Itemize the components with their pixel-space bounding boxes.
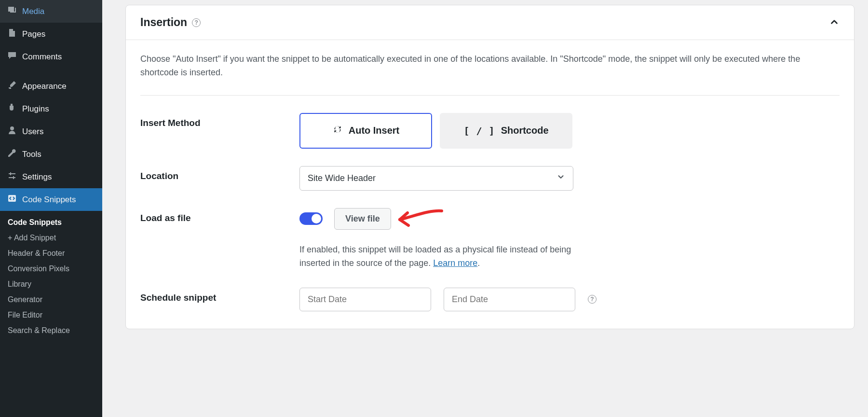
end-date-input[interactable] — [444, 288, 575, 311]
sliders-icon — [7, 171, 17, 183]
brush-icon — [7, 80, 17, 92]
load-file-toggle[interactable] — [299, 212, 323, 225]
opt-auto-insert[interactable]: Auto Insert — [299, 113, 432, 149]
sidebar-appearance[interactable]: Appearance — [0, 75, 102, 97]
comment-icon — [7, 51, 17, 63]
sidebar-submenu: Code Snippets + Add Snippet Header & Foo… — [0, 211, 102, 344]
panel-header: Insertion ? — [126, 5, 854, 40]
sidebar-label: Appearance — [22, 82, 67, 91]
sidebar-plugins[interactable]: Plugins — [0, 97, 102, 120]
chevron-up-icon[interactable] — [829, 16, 840, 29]
panel-title: Insertion — [140, 16, 187, 29]
sidebar-users[interactable]: Users — [0, 120, 102, 143]
sidebar-label: Settings — [22, 172, 52, 182]
sidebar-label: Media — [22, 7, 44, 16]
wp-admin-sidebar: Media Pages Comments Appearance Plugins … — [0, 0, 102, 417]
opt-shortcode[interactable]: [ / ] Shortcode — [440, 113, 572, 149]
learn-more-link[interactable]: Learn more — [433, 258, 477, 268]
chevron-down-icon — [556, 173, 565, 184]
main-content: Insertion ? Choose "Auto Insert" if you … — [102, 0, 868, 417]
help-icon[interactable]: ? — [192, 18, 201, 27]
sub-library[interactable]: Library — [0, 277, 102, 292]
sub-conversion-pixels[interactable]: Conversion Pixels — [0, 261, 102, 277]
label-schedule: Schedule snippet — [140, 288, 299, 303]
code-icon — [7, 194, 17, 206]
sidebar-label: Tools — [22, 150, 41, 159]
help-icon[interactable]: ? — [588, 295, 597, 304]
sidebar-label: Code Snippets — [22, 195, 76, 205]
user-icon — [7, 125, 17, 138]
sub-generator[interactable]: Generator — [0, 292, 102, 307]
sidebar-label: Comments — [22, 52, 62, 62]
row-insert-method: Insert Method Auto Insert [ / ] Shortcod… — [140, 113, 840, 149]
insertion-panel: Insertion ? Choose "Auto Insert" if you … — [125, 5, 854, 329]
sidebar-settings[interactable]: Settings — [0, 166, 102, 188]
row-location: Location Site Wide Header — [140, 166, 840, 191]
sub-search-replace[interactable]: Search & Replace — [0, 323, 102, 338]
wrench-icon — [7, 148, 17, 160]
label-insert-method: Insert Method — [140, 113, 299, 128]
sub-header-footer[interactable]: Header & Footer — [0, 246, 102, 261]
sidebar-comments[interactable]: Comments — [0, 45, 102, 68]
sidebar-code-snippets[interactable]: Code Snippets — [0, 188, 102, 211]
label-load-file: Load as file — [140, 208, 299, 223]
media-icon — [7, 5, 17, 17]
row-schedule: Schedule snippet ? — [140, 288, 840, 311]
sidebar-media[interactable]: Media — [0, 0, 102, 23]
refresh-icon — [332, 124, 343, 137]
load-file-note: If enabled, this snippet will be loaded … — [299, 243, 589, 270]
location-select[interactable]: Site Wide Header — [299, 166, 573, 191]
panel-description: Choose "Auto Insert" if you want the sni… — [140, 53, 840, 96]
sidebar-label: Plugins — [22, 104, 49, 114]
shortcode-icon: [ / ] — [463, 125, 495, 137]
sidebar-tools[interactable]: Tools — [0, 143, 102, 166]
sidebar-label: Users — [22, 127, 43, 137]
sub-add-snippet[interactable]: + Add Snippet — [0, 230, 102, 246]
start-date-input[interactable] — [299, 288, 431, 311]
sidebar-pages[interactable]: Pages — [0, 23, 102, 45]
view-file-button[interactable]: View file — [334, 208, 391, 230]
annotation-arrow — [391, 205, 444, 232]
row-load-as-file: Load as file View file If enabled, this … — [140, 208, 840, 270]
label-location: Location — [140, 166, 299, 181]
sub-file-editor[interactable]: File Editor — [0, 307, 102, 323]
sub-code-snippets[interactable]: Code Snippets — [0, 215, 102, 230]
pages-icon — [7, 28, 17, 40]
sidebar-label: Pages — [22, 29, 45, 39]
plug-icon — [7, 103, 17, 115]
